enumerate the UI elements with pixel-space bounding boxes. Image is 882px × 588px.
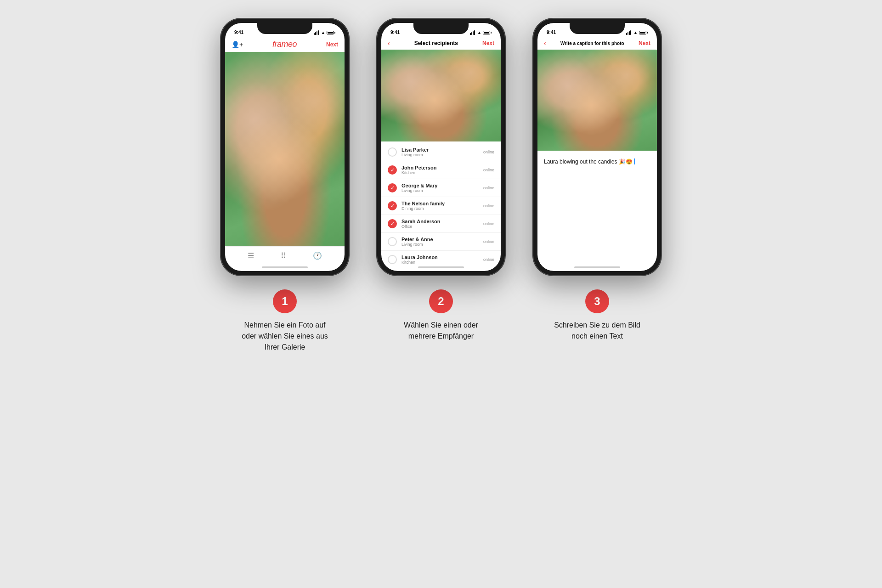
caption-cursor: [634, 158, 635, 164]
name-laura: Laura Johnson: [401, 254, 479, 260]
status-laura: online: [483, 257, 494, 262]
next-btn-3[interactable]: Next: [639, 40, 650, 46]
signal-bars-1: [314, 30, 319, 35]
phone-2: 9:41 ▲ ‹ Select recipients: [377, 18, 505, 276]
info-peter: Peter & Anne Living room: [401, 237, 479, 247]
grid-icon[interactable]: ⠿: [281, 251, 286, 260]
room-sarah: Office: [401, 224, 479, 229]
phone-3-inner: 9:41 ▲ ‹ Write a caption for t: [537, 23, 657, 271]
info-lisa: Lisa Parker Living room: [401, 147, 479, 157]
battery-2: [483, 31, 492, 34]
wifi-icon-2: ▲: [477, 30, 481, 35]
phone-3: 9:41 ▲ ‹ Write a caption for t: [533, 18, 662, 276]
recipient-sarah[interactable]: ✓ Sarah Anderson Office online: [381, 215, 501, 233]
app-header-3: ‹ Write a caption for this photo Next: [537, 37, 657, 50]
recipient-laura[interactable]: Laura Johnson Kitchen online: [381, 251, 501, 265]
check-george[interactable]: ✓: [388, 183, 397, 192]
status-john: online: [483, 168, 494, 172]
room-peter: Living room: [401, 242, 479, 247]
room-nelson: Dining room: [401, 206, 479, 211]
info-nelson: The Nelson family Dining room: [401, 201, 479, 211]
phone-2-wrapper: 9:41 ▲ ‹ Select recipients: [377, 18, 505, 276]
step-text-2: Wählen Sie einen odermehrere Empfänger: [404, 320, 478, 342]
info-george: George & Mary Living room: [401, 183, 479, 193]
phone-1-inner: 9:41 ▲ 👤+ frameo Ne: [225, 23, 345, 271]
main-photo-3: [537, 50, 657, 151]
caption-text: Laura blowing out the candles 🎉😍: [544, 158, 633, 165]
name-lisa: Lisa Parker: [401, 147, 479, 153]
room-john: Kitchen: [401, 170, 479, 175]
status-icons-3: ▲: [626, 30, 648, 35]
main-photo-1: [225, 52, 345, 246]
back-btn-2[interactable]: ‹: [388, 40, 390, 47]
home-indicator-3: [574, 266, 620, 268]
recipient-john[interactable]: ✓ John Peterson Kitchen online: [381, 161, 501, 179]
recipient-nelson[interactable]: ✓ The Nelson family Dining room online: [381, 197, 501, 215]
app-header-1: 👤+ frameo Next: [225, 37, 345, 52]
wifi-icon-3: ▲: [633, 30, 638, 35]
battery-3: [639, 31, 648, 34]
status-time-3: 9:41: [547, 30, 556, 35]
name-peter: Peter & Anne: [401, 237, 479, 242]
history-icon[interactable]: 🕐: [313, 251, 322, 260]
check-nelson[interactable]: ✓: [388, 201, 397, 210]
photo-area-1: All Photos ▼ 📷: [225, 52, 345, 246]
status-peter: online: [483, 239, 494, 244]
check-lisa[interactable]: [388, 147, 397, 157]
home-indicator-1: [262, 266, 308, 268]
status-sarah: online: [483, 221, 494, 226]
step-number-3: 3: [585, 289, 609, 313]
room-george: Living room: [401, 188, 479, 193]
check-laura[interactable]: [388, 255, 397, 264]
back-btn-3[interactable]: ‹: [544, 40, 546, 47]
check-sarah[interactable]: ✓: [388, 219, 397, 228]
status-nelson: online: [483, 204, 494, 208]
phone-1-wrapper: 9:41 ▲ 👤+ frameo Ne: [220, 18, 349, 276]
info-john: John Peterson Kitchen: [401, 165, 479, 175]
steps-row: 1 Nehmen Sie ein Foto aufoder wählen Sie…: [119, 289, 763, 353]
step-1: 1 Nehmen Sie ein Foto aufoder wählen Sie…: [220, 289, 349, 353]
recipients-list: Lisa Parker Living room online ✓ John Pe…: [381, 141, 501, 265]
menu-icon[interactable]: ☰: [248, 251, 254, 260]
status-time-2: 9:41: [390, 30, 400, 35]
main-photo-2: [381, 50, 501, 141]
name-john: John Peterson: [401, 165, 479, 170]
add-user-icon[interactable]: 👤+: [232, 41, 243, 48]
room-lisa: Living room: [401, 153, 479, 157]
step-number-2: 2: [429, 289, 453, 313]
battery-1: [327, 31, 335, 34]
wifi-icon-1: ▲: [321, 30, 325, 35]
step-text-3: Schreiben Sie zu dem Bildnoch einen Text: [554, 320, 640, 342]
step-number-1: 1: [273, 289, 297, 313]
check-peter[interactable]: [388, 237, 397, 246]
info-sarah: Sarah Anderson Office: [401, 219, 479, 229]
app-header-2: ‹ Select recipients Next: [381, 37, 501, 50]
step-3: 3 Schreiben Sie zu dem Bildnoch einen Te…: [533, 289, 662, 353]
next-btn-1[interactable]: Next: [326, 41, 338, 48]
caption-area: Laura blowing out the candles 🎉😍: [537, 50, 657, 265]
notch-1: [257, 23, 312, 34]
name-george: George & Mary: [401, 183, 479, 188]
recipient-peter[interactable]: Peter & Anne Living room online: [381, 233, 501, 251]
header-title-2: Select recipients: [414, 40, 458, 46]
caption-text-area[interactable]: Laura blowing out the candles 🎉😍: [537, 151, 657, 265]
home-indicator-2: [418, 266, 464, 268]
check-john[interactable]: ✓: [388, 165, 397, 175]
phone-1: 9:41 ▲ 👤+ frameo Ne: [220, 18, 349, 276]
recipient-george[interactable]: ✓ George & Mary Living room online: [381, 179, 501, 197]
phones-row: 9:41 ▲ 👤+ frameo Ne: [119, 18, 763, 276]
step-2: 2 Wählen Sie einen odermehrere Empfänger: [377, 289, 505, 353]
header-title-3: Write a caption for this photo: [560, 41, 624, 46]
status-lisa: online: [483, 150, 494, 154]
status-george: online: [483, 186, 494, 190]
signal-bars-3: [626, 30, 631, 35]
bottom-nav-1: ☰ ⠿ 🕐: [225, 246, 345, 265]
recipient-lisa[interactable]: Lisa Parker Living room online: [381, 143, 501, 161]
status-icons-1: ▲: [314, 30, 335, 35]
phone-2-inner: 9:41 ▲ ‹ Select recipients: [381, 23, 501, 271]
name-nelson: The Nelson family: [401, 201, 479, 206]
phone-3-wrapper: 9:41 ▲ ‹ Write a caption for t: [533, 18, 662, 276]
signal-bars-2: [470, 30, 475, 35]
next-btn-2[interactable]: Next: [482, 40, 494, 46]
notch-2: [413, 23, 469, 34]
